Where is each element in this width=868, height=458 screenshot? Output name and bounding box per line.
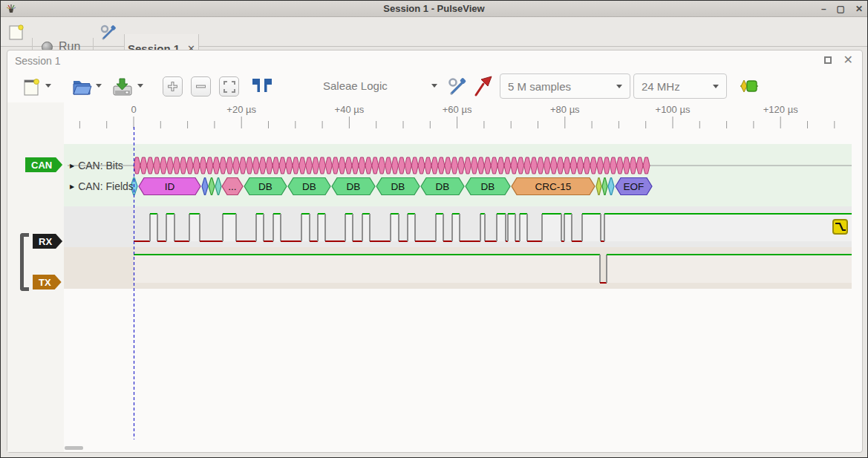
horizontal-scrollbar-handle[interactable] [65,446,83,450]
sample-rate-combo[interactable]: 24 MHz [633,73,727,99]
titlebar: Session 1 - PulseView – ▢ ✕ [1,1,867,17]
row-can-fields-label: CAN: Fields [78,180,134,192]
sample-count-combo[interactable]: 5 M samples [500,73,630,99]
rx-band [64,206,852,247]
sample-rate-arrow [713,85,719,88]
zoom-fit-button[interactable] [219,76,239,96]
row-can-fields[interactable]: ▶ CAN: Fields [70,180,134,192]
sample-rate-value: 24 MHz [642,80,680,93]
trigger-marker-falling-edge[interactable] [833,220,847,234]
expand-arrow-icon[interactable]: ▶ [70,163,74,169]
maximize-icon[interactable]: ▢ [837,4,845,14]
new-session-icon[interactable] [8,23,25,41]
row-can-bits-label: CAN: Bits [78,160,123,171]
sample-count-value: 5 M samples [508,80,571,93]
sample-count-arrow [616,85,622,88]
new-file-dropdown[interactable] [45,84,51,88]
open-file-button[interactable] [71,76,92,96]
pulseview-window: Session 1 - PulseView – ▢ ✕ Run Session … [0,0,868,458]
add-decoder-icon[interactable] [740,79,759,93]
fit-corners-icon [223,81,235,93]
expand-arrow-icon[interactable]: ▶ [70,183,74,190]
device-name: Saleae Logic [323,79,388,92]
channels-probe-icon[interactable] [473,75,494,97]
minus-icon [195,81,206,92]
device-config-icon[interactable] [448,76,469,97]
plus-icon [167,81,178,92]
device-dropdown-arrow[interactable] [431,84,437,88]
minimize-icon[interactable]: – [821,4,826,14]
show-pulses-icon[interactable] [252,78,273,94]
main-toolbar: Run Session 1 ✕ [1,17,867,47]
dock-float-icon[interactable] [824,56,832,64]
tx-band [64,247,852,289]
save-dropdown[interactable] [137,84,143,88]
decoder-band [64,144,852,206]
row-can-bits[interactable]: ▶ CAN: Bits [70,160,123,171]
close-icon[interactable]: ✕ [855,4,863,14]
settings-tools-icon[interactable] [100,24,118,42]
new-file-button[interactable] [23,77,41,97]
save-button[interactable] [112,76,133,96]
dock-close-icon[interactable]: ✕ [843,54,853,66]
zoom-in-button[interactable] [163,76,183,96]
window-title: Session 1 - PulseView [1,3,867,14]
trace-group-bracket[interactable] [20,233,29,291]
open-file-dropdown[interactable] [96,84,102,88]
device-select[interactable]: Saleae Logic [323,79,388,92]
zoom-out-button[interactable] [191,76,211,96]
can-decoder-tag[interactable]: CAN [25,157,62,172]
dock-title: Session 1 [15,55,60,67]
